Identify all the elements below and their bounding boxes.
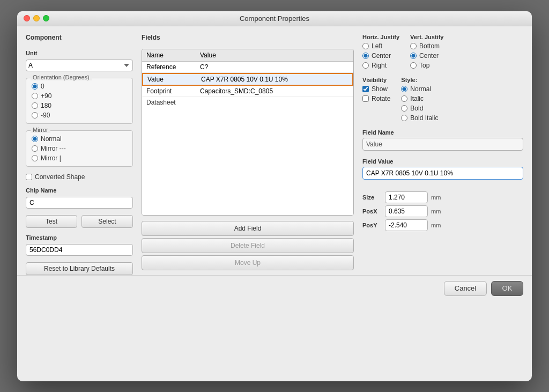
style-bold-italic[interactable]: Bold Italic bbox=[401, 114, 438, 122]
row-ref-name: Reference bbox=[146, 63, 200, 71]
vert-bottom[interactable]: Bottom bbox=[410, 42, 443, 50]
orientation-90-radio[interactable] bbox=[32, 93, 38, 99]
orientation-180-label: 180 bbox=[41, 102, 51, 109]
orientation-90[interactable]: +90 bbox=[32, 92, 127, 100]
mirror-normal-label: Normal bbox=[41, 135, 62, 143]
chip-name-label: Chip Name bbox=[26, 187, 133, 194]
row-fp-value: Capacitors_SMD:C_0805 bbox=[200, 87, 349, 95]
style-italic[interactable]: Italic bbox=[401, 95, 438, 102]
style-bold[interactable]: Bold bbox=[401, 105, 438, 112]
close-button[interactable] bbox=[24, 15, 30, 21]
converted-shape-label: Converted Shape bbox=[35, 173, 85, 181]
table-row-value[interactable]: Value CAP X7R 0805 10V 0.1U 10% bbox=[142, 73, 353, 86]
test-button[interactable]: Test bbox=[26, 215, 77, 228]
show-item[interactable]: Show bbox=[362, 85, 390, 93]
mirror-label: Mirror bbox=[31, 127, 50, 133]
minimize-button[interactable] bbox=[33, 15, 40, 21]
rotate-label: Rotate bbox=[372, 95, 390, 102]
size-unit: mm bbox=[431, 194, 441, 201]
vert-top[interactable]: Top bbox=[410, 62, 443, 69]
add-field-button[interactable]: Add Field bbox=[142, 221, 354, 236]
orientation-radio-group: 0 +90 180 -90 bbox=[32, 83, 127, 119]
posx-input[interactable] bbox=[385, 205, 428, 217]
window-content: Component Unit A Orientation (Degrees) 0 bbox=[17, 26, 532, 301]
table-header: Name Value bbox=[142, 49, 353, 62]
vert-center[interactable]: Center bbox=[410, 52, 443, 60]
reset-button[interactable]: Reset to Library Defaults bbox=[26, 262, 133, 275]
show-checkbox[interactable] bbox=[362, 86, 369, 92]
cancel-button[interactable]: Cancel bbox=[444, 281, 487, 296]
mirror-normal[interactable]: Normal bbox=[32, 135, 127, 143]
maximize-button[interactable] bbox=[43, 15, 49, 21]
vert-justify-group: Vert. Justify Bottom Center Top bbox=[410, 34, 443, 69]
chip-name-input[interactable] bbox=[26, 197, 133, 209]
field-value-section: Field Value bbox=[362, 158, 523, 180]
posy-row: PosY mm bbox=[362, 219, 523, 231]
orientation--90[interactable]: -90 bbox=[32, 112, 127, 119]
style-bold-radio[interactable] bbox=[401, 105, 407, 112]
horiz-right-radio[interactable] bbox=[362, 62, 369, 69]
ok-button[interactable]: OK bbox=[491, 281, 523, 296]
dialog-buttons: Cancel OK bbox=[17, 275, 532, 301]
col-value-header: Value bbox=[200, 51, 349, 59]
vert-top-radio[interactable] bbox=[410, 62, 417, 69]
converted-shape-checkbox[interactable] bbox=[26, 174, 32, 180]
horiz-right-label: Right bbox=[372, 62, 387, 69]
move-up-button[interactable]: Move Up bbox=[142, 255, 354, 270]
row-fp-name: Footprint bbox=[146, 87, 200, 95]
mirror-h-label: Mirror --- bbox=[41, 145, 66, 152]
table-row-footprint[interactable]: Footprint Capacitors_SMD:C_0805 bbox=[142, 86, 353, 97]
horiz-center-radio[interactable] bbox=[362, 53, 369, 59]
select-button[interactable]: Select bbox=[81, 215, 133, 228]
horiz-left-radio[interactable] bbox=[362, 43, 369, 49]
converted-shape-item[interactable]: Converted Shape bbox=[26, 173, 133, 181]
mirror-v-radio[interactable] bbox=[32, 155, 38, 161]
orientation-90-label: +90 bbox=[41, 92, 51, 100]
justify-row: Horiz. Justify Left Center Right bbox=[362, 34, 523, 69]
mirror-v[interactable]: Mirror | bbox=[32, 154, 127, 162]
size-input[interactable] bbox=[385, 191, 428, 203]
vert-center-radio[interactable] bbox=[410, 53, 417, 59]
vert-justify-label: Vert. Justify bbox=[410, 34, 443, 40]
orientation-0[interactable]: 0 bbox=[32, 83, 127, 90]
orientation-180[interactable]: 180 bbox=[32, 102, 127, 109]
rotate-checkbox[interactable] bbox=[362, 95, 369, 102]
field-name-section: Field Name bbox=[362, 129, 523, 151]
orientation--90-radio[interactable] bbox=[32, 112, 38, 119]
field-buttons: Add Field Delete Field Move Up bbox=[142, 221, 354, 270]
component-title: Component bbox=[26, 34, 133, 41]
row-ds-value bbox=[200, 99, 349, 106]
left-panel: Component Unit A Orientation (Degrees) 0 bbox=[26, 34, 133, 275]
style-bold-italic-radio[interactable] bbox=[401, 115, 407, 121]
show-label: Show bbox=[372, 85, 388, 93]
vert-bottom-radio[interactable] bbox=[410, 43, 417, 49]
field-name-input[interactable] bbox=[362, 138, 523, 151]
row-ds-name: Datasheet bbox=[146, 99, 200, 106]
field-value-label: Field Value bbox=[362, 158, 523, 165]
horiz-center[interactable]: Center bbox=[362, 52, 399, 60]
posy-input[interactable] bbox=[385, 219, 428, 231]
traffic-lights bbox=[24, 15, 49, 21]
orientation-0-radio[interactable] bbox=[32, 83, 38, 90]
fields-title: Fields bbox=[142, 34, 354, 41]
style-normal-radio[interactable] bbox=[401, 86, 407, 92]
horiz-right[interactable]: Right bbox=[362, 62, 399, 69]
timestamp-input[interactable] bbox=[26, 244, 133, 256]
horiz-left[interactable]: Left bbox=[362, 42, 399, 50]
delete-field-button[interactable]: Delete Field bbox=[142, 238, 354, 253]
style-normal[interactable]: Normal bbox=[401, 85, 438, 93]
row-val-name: Value bbox=[147, 76, 201, 83]
mirror-h-radio[interactable] bbox=[32, 145, 38, 152]
mirror-normal-radio[interactable] bbox=[32, 136, 38, 142]
chip-name-section: Chip Name bbox=[26, 187, 133, 209]
visibility-group: Visibility Show Rotate bbox=[362, 77, 390, 122]
orientation-180-radio[interactable] bbox=[32, 102, 38, 109]
unit-select[interactable]: A bbox=[26, 60, 133, 71]
rotate-item[interactable]: Rotate bbox=[362, 95, 390, 102]
style-italic-radio[interactable] bbox=[401, 95, 407, 102]
fields-table: Name Value Reference C? Value CAP X7R 08… bbox=[142, 49, 354, 216]
table-row-reference[interactable]: Reference C? bbox=[142, 62, 353, 73]
table-row-datasheet[interactable]: Datasheet bbox=[142, 97, 353, 108]
field-value-input[interactable] bbox=[362, 167, 523, 180]
mirror-h[interactable]: Mirror --- bbox=[32, 145, 127, 152]
